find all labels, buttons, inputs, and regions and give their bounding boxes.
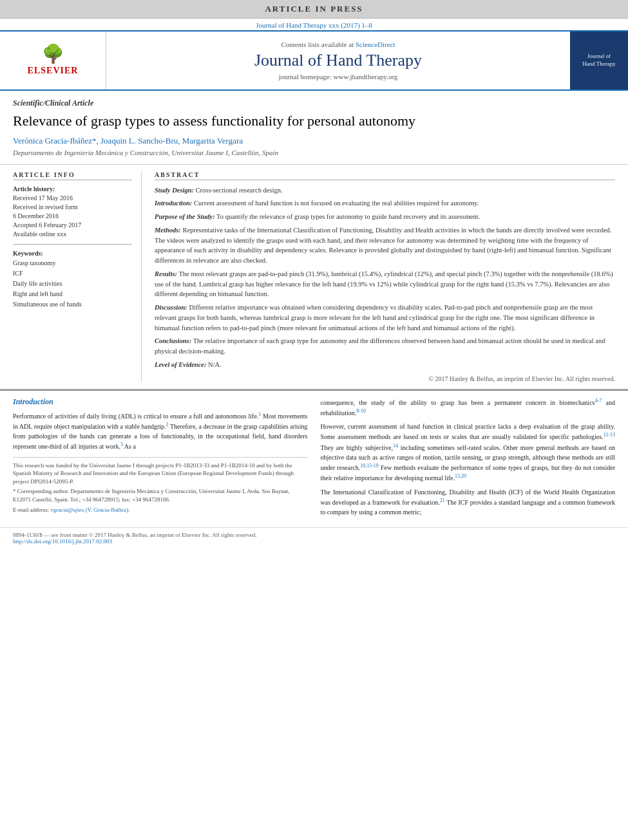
article-title: Relevance of grasp types to assess funct…	[13, 112, 615, 131]
conclusions-text: The relative importance of each grasp ty…	[155, 337, 605, 355]
journal-homepage: journal homepage: www.jhandtherapy.org	[279, 73, 398, 80]
bottom-bar: 0894-1130/$ — see front matter © 2017 Ha…	[0, 527, 628, 547]
body-right-col: consequence, the study of the ability to…	[321, 397, 616, 521]
discussion-label: Discussion:	[155, 304, 187, 311]
abstract-conclusions: Conclusions: The relative importance of …	[155, 336, 615, 357]
intro-left-para1: Performance of activities of daily livin…	[13, 411, 308, 452]
footnote-area: This research was funded by the Universi…	[13, 457, 308, 514]
level-label: Level of Evidence:	[155, 361, 206, 368]
keywords-label: Keywords:	[13, 250, 132, 257]
article-meta: Scientific/Clinical Article Relevance of…	[0, 91, 628, 165]
elsevier-tree-icon: 🌳	[42, 45, 64, 63]
journal-header: 🌳 ELSEVIER Contents lists available at S…	[0, 30, 628, 91]
page: ARTICLE IN PRESS Journal of Hand Therapy…	[0, 0, 628, 840]
doi-line: http://dx.doi.org/10.1016/j.jht.2017.02.…	[13, 538, 615, 545]
contents-line: Contents lists available at ScienceDirec…	[281, 41, 395, 48]
purpose-label: Purpose of the Study:	[155, 213, 215, 220]
aip-banner-text: ARTICLE IN PRESS	[265, 4, 363, 14]
keyword-1: Grasp taxonomy	[13, 258, 132, 268]
study-design-label: Study Design:	[155, 187, 194, 194]
journal-logo-text: Journal ofHand Therapy	[582, 53, 616, 68]
abstract-results: Results: The most relevant grasps are pa…	[155, 269, 615, 299]
journal-logo-box: Journal ofHand Therapy	[570, 32, 628, 89]
methods-label: Methods:	[155, 227, 181, 234]
journal-header-center: Contents lists available at ScienceDirec…	[106, 32, 570, 89]
intro-text: Current assessment of hand function is n…	[194, 200, 479, 207]
elsevier-logo: 🌳 ELSEVIER	[0, 32, 106, 89]
introduction-title: Introduction	[13, 397, 308, 407]
article-authors: Verónica Gracia-Ibáñez*, Joaquin L. Sanc…	[13, 136, 615, 146]
keywords-list: Grasp taxonomy ICF Daily life activities…	[13, 258, 132, 310]
abstract-heading: Abstract	[155, 171, 615, 180]
results-text: The most relevant grasps are pad-to-pad …	[155, 270, 613, 298]
abstract-purpose: Purpose of the Study: To quantify the re…	[155, 212, 615, 222]
article-affiliation: Departamento de Ingeniería Mecánica y Co…	[13, 149, 615, 156]
footnote-email: E-mail address: vgracia@ujies (V. Gracia…	[13, 506, 308, 514]
abstract-study-design: Study Design: Cross-sectional research d…	[155, 185, 615, 196]
body-area: Introduction Performance of activities o…	[0, 389, 628, 527]
aip-banner: ARTICLE IN PRESS	[0, 0, 628, 19]
body-left-col: Introduction Performance of activities o…	[13, 397, 308, 521]
accepted-date: Accepted 6 February 2017	[13, 221, 132, 230]
revised-date: 6 December 2016	[13, 212, 132, 221]
doi-link[interactable]: http://dx.doi.org/10.1016/j.jht.2017.02.…	[13, 538, 112, 545]
conclusions-label: Conclusions:	[155, 337, 191, 344]
results-label: Results:	[155, 270, 177, 277]
intro-right-para3: The International Classification of Func…	[321, 487, 616, 517]
abstract-intro: Introduction: Current assessment of hand…	[155, 198, 615, 209]
available-online: Available online xxx	[13, 230, 132, 239]
copyright-line: © 2017 Hanley & Belfus, an imprint of El…	[155, 375, 615, 382]
intro-label: Introduction:	[155, 200, 192, 207]
email-link[interactable]: vgracia@ujies (V. Gracia-Ibáñez).	[50, 507, 129, 513]
article-type: Scientific/Clinical Article	[13, 98, 615, 108]
elsevier-name: ELSEVIER	[28, 66, 79, 76]
intro-right-para2: However, current assessment of hand func…	[321, 422, 616, 483]
intro-right-para1: consequence, the study of the ability to…	[321, 397, 616, 418]
keyword-5: Simultaneous use of hands	[13, 299, 132, 310]
abstract-discussion: Discussion: Different relative importanc…	[155, 303, 615, 333]
footnote-funding: This research was funded by the Universi…	[13, 462, 308, 486]
journal-link-bar: Journal of Hand Therapy xxx (2017) 1–8	[0, 19, 628, 30]
sciencedirect-link[interactable]: ScienceDirect	[356, 41, 395, 48]
abstract-level: Level of Evidence: N/A.	[155, 360, 615, 370]
article-info-col: Article Info Article history: Received 1…	[13, 171, 142, 382]
methods-text: Representative tasks of the Internationa…	[155, 227, 611, 264]
journal-title: Journal of Hand Therapy	[254, 51, 422, 70]
contents-label: Contents lists available at	[281, 41, 354, 48]
article-info-abstract: Article Info Article history: Received 1…	[0, 165, 628, 389]
abstract-col: Abstract Study Design: Cross-sectional r…	[155, 171, 615, 382]
history-label: Article history:	[13, 185, 132, 192]
received-date: Received 17 May 2016	[13, 194, 132, 203]
received-revised-label: Received in revised form	[13, 203, 132, 212]
level-text: N/A.	[208, 361, 222, 368]
footnote-corresponding: * Corresponding author. Departamento de …	[13, 487, 308, 503]
email-label: E-mail address:	[13, 507, 49, 513]
abstract-methods: Methods: Representative tasks of the Int…	[155, 225, 615, 266]
keyword-4: Right and left hand	[13, 289, 132, 299]
body-two-col: Introduction Performance of activities o…	[13, 397, 615, 521]
keyword-2: ICF	[13, 268, 132, 279]
journal-link-text: Journal of Hand Therapy xxx (2017) 1–8	[256, 21, 372, 29]
article-info-heading: Article Info	[13, 171, 132, 180]
study-design-text: Cross-sectional research design.	[196, 187, 283, 194]
keyword-3: Daily life activities	[13, 279, 132, 289]
discussion-text: Different relative importance was obtain…	[155, 304, 595, 331]
issn-line: 0894-1130/$ — see front matter © 2017 Ha…	[13, 532, 615, 538]
purpose-text: To quantify the relevance of grasp types…	[216, 213, 480, 220]
